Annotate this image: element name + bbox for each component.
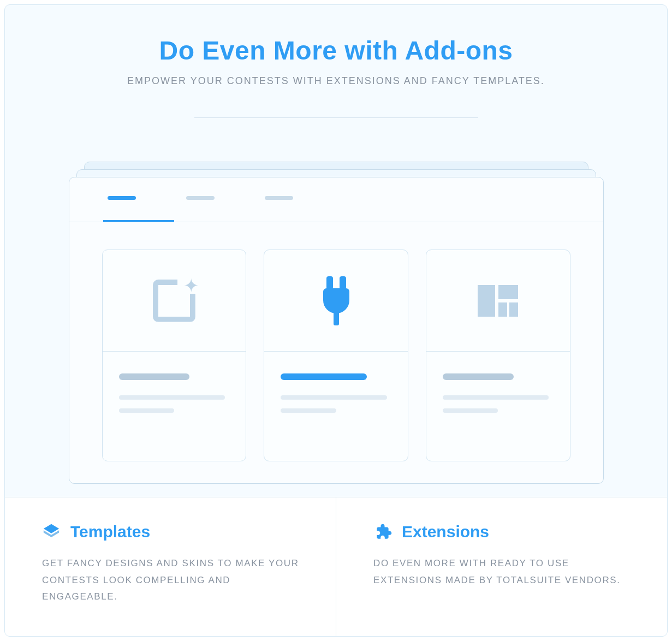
page-subtitle: EMPOWER YOUR CONTESTS WITH EXTENSIONS AN… bbox=[5, 75, 667, 87]
dashboard-icon bbox=[478, 285, 518, 317]
plug-icon bbox=[320, 276, 353, 325]
placeholder-bar bbox=[443, 408, 498, 413]
feature-extensions: Extensions DO EVEN MORE WITH READY TO US… bbox=[336, 497, 667, 636]
placeholder-bar bbox=[119, 373, 190, 380]
mockup-cards: ✦ bbox=[69, 222, 603, 483]
header: Do Even More with Add-ons EMPOWER YOUR C… bbox=[5, 5, 667, 87]
feature-title: Extensions bbox=[402, 523, 489, 541]
mockup-card bbox=[264, 250, 408, 461]
mockup-front-layer: ✦ bbox=[69, 177, 604, 484]
placeholder-bar bbox=[281, 408, 336, 413]
mockup-card: ✦ bbox=[102, 250, 247, 461]
mockup-tab bbox=[264, 194, 304, 222]
mockup-tabbar bbox=[69, 177, 603, 222]
page-title: Do Even More with Add-ons bbox=[5, 35, 667, 66]
mockup-card bbox=[426, 250, 570, 461]
mockup-tab-active bbox=[106, 194, 147, 222]
mockup-tab bbox=[185, 194, 225, 222]
placeholder-bar bbox=[281, 373, 367, 380]
layers-icon bbox=[42, 523, 61, 541]
feature-row: Templates GET FANCY DESIGNS AND SKINS TO… bbox=[5, 497, 667, 636]
promo-panel: Do Even More with Add-ons EMPOWER YOUR C… bbox=[4, 4, 668, 637]
sparkle-icon: ✦ bbox=[153, 280, 195, 322]
placeholder-bar bbox=[443, 395, 549, 400]
feature-description: DO EVEN MORE WITH READY TO USE EXTENSION… bbox=[373, 555, 639, 589]
placeholder-bar bbox=[443, 373, 514, 380]
feature-templates: Templates GET FANCY DESIGNS AND SKINS TO… bbox=[5, 497, 336, 636]
placeholder-bar bbox=[119, 395, 225, 400]
placeholder-bar bbox=[281, 395, 387, 400]
puzzle-icon bbox=[373, 523, 392, 541]
feature-title: Templates bbox=[70, 523, 150, 541]
feature-description: GET FANCY DESIGNS AND SKINS TO MAKE YOUR… bbox=[42, 555, 307, 606]
browser-mockup: ✦ bbox=[69, 162, 604, 484]
divider bbox=[194, 117, 478, 118]
placeholder-bar bbox=[119, 408, 174, 413]
